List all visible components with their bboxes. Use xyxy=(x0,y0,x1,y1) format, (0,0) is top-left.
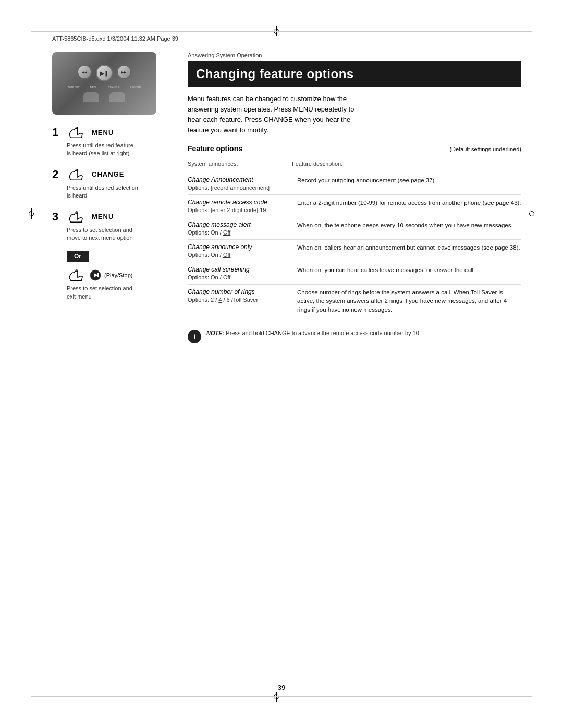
feature-row-announcement: Change Announcement Options: [record ann… xyxy=(188,172,521,195)
note-label: NOTE: xyxy=(206,330,224,336)
feature-detail-1: Enter a 2-digit number (10-99) for remot… xyxy=(297,199,521,213)
page-border-top xyxy=(31,31,532,32)
playstop-desc: Press to set selection and exit menu xyxy=(67,285,172,301)
step-1-label: MENU xyxy=(92,129,114,137)
step-2-hand-icon xyxy=(67,167,87,182)
finger-left xyxy=(83,92,99,102)
feature-options-3: Options: On / Off xyxy=(188,252,292,258)
header-bar: ATT-5865CIB-d5.qxd 1/3/2004 11:32 AM Pag… xyxy=(52,35,511,42)
step-3-number: 3 xyxy=(52,210,62,224)
playstop-icons: (Play/Stop) xyxy=(67,268,172,282)
page-border-bottom xyxy=(31,696,532,697)
feature-row-screening: Change call screening Options: On / Off … xyxy=(188,262,521,285)
underline-off-2: Off xyxy=(223,229,230,236)
feature-options-5: Options: 2 / 4 / 6 /Toll Saver xyxy=(188,297,292,303)
feature-detail-3: When on, callers hear an announcement bu… xyxy=(297,243,521,258)
table-header-row: System announces: Feature description: xyxy=(188,159,521,169)
playstop-step: (Play/Stop) Press to set selection and e… xyxy=(67,268,172,301)
step-1-hand-icon xyxy=(67,125,87,140)
page-title: Changing feature options xyxy=(196,67,513,81)
step-1-number: 1 xyxy=(52,126,62,139)
feature-announce-col: Change Announcement Options: [record ann… xyxy=(188,176,292,191)
feature-options-4: Options: On / Off xyxy=(188,274,292,280)
step-3-desc: Press to set selection and move to next … xyxy=(67,226,172,242)
feature-name-1: Change remote access code xyxy=(188,199,292,206)
crosshair-bottom xyxy=(271,692,282,702)
feature-detail-2: When on, the telephone beeps every 10 se… xyxy=(297,221,521,236)
feature-remote-col: Change remote access code Options: [ente… xyxy=(188,199,292,213)
finger-icons xyxy=(83,92,125,102)
feature-name-0: Change Announcement xyxy=(188,176,292,183)
step-2-header: 2 CHANGE xyxy=(52,167,172,182)
step-1-desc: Press until desired feature is heard (se… xyxy=(67,142,172,158)
section-label: Answering System Operation xyxy=(188,52,521,58)
left-column: ◀◀ ▶❚ ▶▶ TIME SET MENU CHANGE RECORD 1 xyxy=(52,52,172,686)
header-text: ATT-5865CIB-d5.qxd 1/3/2004 11:32 AM Pag… xyxy=(52,35,178,42)
underline-4: 4 xyxy=(218,297,222,303)
step-2: 2 CHANGE Press until desired selection i… xyxy=(52,167,172,200)
underline-19: 19 xyxy=(260,207,266,213)
label-row: TIME SET MENU CHANGE RECORD xyxy=(68,85,141,89)
play-button: ▶❚ xyxy=(96,65,113,81)
step-2-number: 2 xyxy=(52,168,62,181)
feature-detail-0: Record your outgoing announcement (see p… xyxy=(297,176,521,191)
device-image: ◀◀ ▶❚ ▶▶ TIME SET MENU CHANGE RECORD xyxy=(52,52,156,115)
feature-name-5: Change number of rings xyxy=(188,288,292,295)
skip-button: ▶▶ xyxy=(117,65,131,79)
feature-options-1: Options: [enter 2-digit code] 19 xyxy=(188,207,292,213)
underline-on-4: On xyxy=(211,274,218,280)
col-desc-header: Feature description: xyxy=(292,159,521,167)
crosshair-right xyxy=(527,208,537,219)
playstop-label: (Play/Stop) xyxy=(104,272,132,278)
step-3-header: 3 MENU xyxy=(52,209,172,224)
title-banner: Changing feature options xyxy=(188,61,521,87)
feature-name-3: Change announce only xyxy=(188,243,292,251)
crosshair-left xyxy=(26,208,36,219)
feature-alert-col: Change message alert Options: On / Off xyxy=(188,221,292,236)
feature-announce-only-col: Change announce only Options: On / Off xyxy=(188,243,292,258)
feature-options-header: Feature options (Default settings underl… xyxy=(188,144,521,155)
note-icon: i xyxy=(188,330,201,343)
intro-text: Menu features can be changed to customiz… xyxy=(188,94,521,136)
feature-table: System announces: Feature description: C… xyxy=(188,159,521,318)
step-3: 3 MENU Press to set selection and move t… xyxy=(52,209,172,242)
playstop-hand-icon xyxy=(67,268,87,282)
feature-detail-5: Choose number of rings before the system… xyxy=(297,288,521,314)
right-column: Answering System Operation Changing feat… xyxy=(188,52,521,686)
page-number: 39 xyxy=(278,684,285,692)
note-box: i NOTE: Press and hold CHANGE to advance… xyxy=(188,329,521,343)
step-3-hand-icon xyxy=(67,209,87,224)
repeat-button: ◀◀ xyxy=(77,65,92,79)
menu-label-device: MENU xyxy=(90,85,98,89)
step-1: 1 MENU Press until desired feature is he… xyxy=(52,125,172,158)
feature-options-note: (Default settings underlined) xyxy=(449,146,521,152)
record-label-device: RECORD xyxy=(130,85,141,89)
feature-row-remote: Change remote access code Options: [ente… xyxy=(188,195,521,217)
step-2-desc: Press until desired selection is heard xyxy=(67,184,172,200)
or-divider: Or xyxy=(67,251,172,262)
or-label: Or xyxy=(67,251,89,262)
content-area: ◀◀ ▶❚ ▶▶ TIME SET MENU CHANGE RECORD 1 xyxy=(52,52,521,686)
step-3-label: MENU xyxy=(92,213,114,220)
buttons-row: ◀◀ ▶❚ ▶▶ xyxy=(77,65,131,81)
step-1-header: 1 MENU xyxy=(52,125,172,140)
feature-row-alert: Change message alert Options: On / Off W… xyxy=(188,217,521,240)
svg-rect-6 xyxy=(97,273,99,277)
feature-options-0: Options: [record announcement] xyxy=(188,184,292,191)
feature-name-2: Change message alert xyxy=(188,221,292,228)
feature-screening-col: Change call screening Options: On / Off xyxy=(188,266,292,280)
feature-options-2: Options: On / Off xyxy=(188,229,292,236)
feature-detail-4: When on, you can hear callers leave mess… xyxy=(297,266,521,280)
feature-rings-col: Change number of rings Options: 2 / 4 / … xyxy=(188,288,292,314)
feature-options-title: Feature options xyxy=(188,144,242,153)
change-label-device: CHANGE xyxy=(108,85,119,89)
play-stop-icon xyxy=(90,269,101,281)
underline-off-3: Off xyxy=(223,252,230,258)
feature-name-4: Change call screening xyxy=(188,266,292,273)
step-2-label: CHANGE xyxy=(92,170,124,178)
col-system-header: System announces: xyxy=(188,159,292,167)
feature-row-announce-only: Change announce only Options: On / Off W… xyxy=(188,240,521,262)
note-text: NOTE: Press and hold CHANGE to advance t… xyxy=(206,329,421,338)
finger-right xyxy=(109,92,125,102)
feature-row-rings: Change number of rings Options: 2 / 4 / … xyxy=(188,285,521,318)
